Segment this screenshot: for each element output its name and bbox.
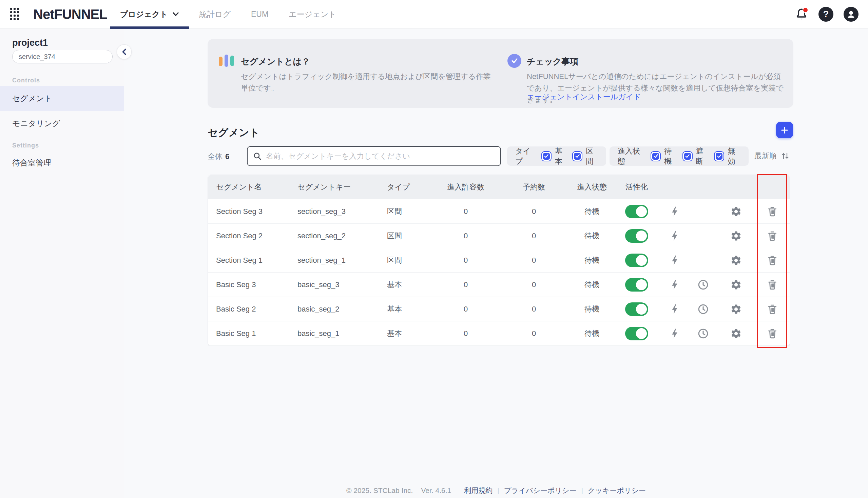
gear-icon[interactable] xyxy=(729,253,743,267)
segment-search xyxy=(247,146,501,166)
checkbox-type-basic[interactable] xyxy=(541,151,552,161)
clock-icon[interactable] xyxy=(696,278,710,291)
status-filter-group: 進入状態 待機 遮断 無効 xyxy=(610,146,749,166)
type-filter-label: タイプ xyxy=(515,146,536,167)
main-content: セグメントとは？ セグメントはトラフィック制御を適用する地点および区間を管理する… xyxy=(124,29,868,498)
activation-toggle[interactable] xyxy=(625,205,648,218)
plus-icon xyxy=(780,126,789,134)
activation-toggle[interactable] xyxy=(625,302,648,316)
bolt-icon[interactable] xyxy=(668,205,682,218)
sort-label: 最新順 xyxy=(754,151,777,161)
sort-arrows-icon xyxy=(781,152,790,160)
checkbox-status-disabled-label: 無効 xyxy=(728,146,740,167)
segment-type: 基本 xyxy=(387,328,435,339)
search-input[interactable] xyxy=(266,152,495,161)
activation-toggle[interactable] xyxy=(625,278,648,291)
checkbox-status-blocked[interactable] xyxy=(683,151,692,161)
type-filter-group: タイプ 基本 区間 xyxy=(507,146,606,166)
checkbox-type-section[interactable] xyxy=(572,151,582,161)
bolt-icon[interactable] xyxy=(668,253,682,267)
entry-status: 待機 xyxy=(571,231,613,241)
entry-allowed-count: 0 xyxy=(435,329,497,338)
agent-install-guide-link[interactable]: エージェントインストールガイド xyxy=(527,92,641,102)
tab-statistics-log[interactable]: 統計ログ xyxy=(189,0,241,29)
segment-key: basic_seg_2 xyxy=(297,305,387,314)
gear-icon[interactable] xyxy=(729,205,743,218)
table-header-row: セグメント名 セグメントキー タイプ 進入許容数 予約数 進入状態 活性化 xyxy=(208,175,790,199)
col-segment-key: セグメントキー xyxy=(297,182,387,192)
trash-icon[interactable] xyxy=(766,205,779,218)
bolt-icon[interactable] xyxy=(668,229,682,243)
sort-control[interactable]: 最新順 xyxy=(754,151,790,161)
nav-left: NetFUNNEL プロジェクト 統計ログ EUM エージェント xyxy=(0,0,347,28)
sidebar-collapse-button[interactable] xyxy=(117,44,132,59)
checkbox-status-disabled[interactable] xyxy=(714,151,724,161)
checkbox-status-blocked-label: 遮断 xyxy=(696,146,709,167)
sidebar-item-monitoring[interactable]: モニタリング xyxy=(0,111,124,136)
sidebar-item-segment[interactable]: セグメント xyxy=(0,86,124,111)
entry-status: 待機 xyxy=(571,255,613,265)
active-tab-underline xyxy=(110,26,189,29)
clock-icon[interactable] xyxy=(696,327,710,340)
bell-icon[interactable] xyxy=(795,8,808,21)
sidebar-item-waiting-room[interactable]: 待合室管理 xyxy=(0,150,124,175)
trash-icon[interactable] xyxy=(766,327,779,340)
check-circle-icon xyxy=(507,54,521,68)
privacy-policy-link[interactable]: プライバシーポリシー xyxy=(504,486,576,495)
service-select[interactable]: service_374 xyxy=(12,50,113,63)
segment-type: 区間 xyxy=(387,255,435,265)
entry-allowed-count: 0 xyxy=(435,232,497,240)
entry-allowed-count: 0 xyxy=(435,256,497,265)
entry-allowed-count: 0 xyxy=(435,207,497,216)
checkbox-status-waiting[interactable] xyxy=(651,151,661,161)
status-filter-label: 進入状態 xyxy=(618,146,645,167)
tab-agent[interactable]: エージェント xyxy=(278,0,347,29)
activation-toggle[interactable] xyxy=(625,229,648,243)
total-count-value: 6 xyxy=(225,152,229,161)
tab-eum[interactable]: EUM xyxy=(241,0,278,29)
table-row: Basic Seg 2 basic_seg_2 基本 0 0 待機 xyxy=(208,297,790,322)
col-activation: 活性化 xyxy=(613,182,660,192)
trash-icon[interactable] xyxy=(766,302,779,316)
bolt-icon[interactable] xyxy=(668,278,682,291)
tab-project[interactable]: プロジェクト xyxy=(110,0,189,29)
project-name: project1 xyxy=(12,38,48,48)
segment-name: Section Seg 3 xyxy=(216,207,297,216)
terms-link[interactable]: 利用規約 xyxy=(464,486,493,495)
gear-icon[interactable] xyxy=(729,302,743,316)
activation-toggle[interactable] xyxy=(625,253,648,267)
clock-icon[interactable] xyxy=(696,302,710,316)
notification-dot xyxy=(803,7,808,13)
reserved-count: 0 xyxy=(497,280,571,289)
activation-toggle[interactable] xyxy=(625,327,648,340)
banner-right-title: チェック事項 xyxy=(527,56,578,67)
divider xyxy=(0,71,124,71)
bolt-icon[interactable] xyxy=(668,327,682,340)
add-segment-button[interactable] xyxy=(776,122,793,138)
col-reserved: 予約数 xyxy=(497,182,571,192)
sidebar: project1 service_374 Controls セグメント モニタリ… xyxy=(0,29,124,498)
segment-name: Basic Seg 3 xyxy=(216,280,297,289)
col-entry-status: 進入状態 xyxy=(571,182,613,192)
version-text: Ver. 4.6.1 xyxy=(421,486,451,495)
gear-icon[interactable] xyxy=(729,327,743,340)
gear-icon[interactable] xyxy=(729,229,743,243)
help-icon[interactable]: ? xyxy=(818,7,833,22)
segment-type: 区間 xyxy=(387,231,435,241)
table-row: Section Seg 3 section_seg_3 区間 0 0 待機 xyxy=(208,199,790,224)
bolt-icon[interactable] xyxy=(668,302,682,316)
apps-grid-icon[interactable] xyxy=(10,8,20,21)
gear-icon[interactable] xyxy=(729,278,743,291)
copyright-text: © 2025. STCLab Inc. xyxy=(346,486,413,495)
trash-icon[interactable] xyxy=(766,278,779,291)
trash-icon[interactable] xyxy=(766,229,779,243)
entry-status: 待機 xyxy=(571,328,613,339)
cookie-policy-link[interactable]: クッキーポリシー xyxy=(588,486,646,495)
sidebar-section-settings: Settings xyxy=(12,142,39,149)
entry-status: 待機 xyxy=(571,280,613,290)
checkbox-status-waiting-label: 待機 xyxy=(664,146,677,167)
trash-icon[interactable] xyxy=(766,253,779,267)
checkbox-type-section-label: 区間 xyxy=(586,146,598,167)
segment-type: 基本 xyxy=(387,304,435,314)
profile-icon[interactable] xyxy=(844,7,858,22)
